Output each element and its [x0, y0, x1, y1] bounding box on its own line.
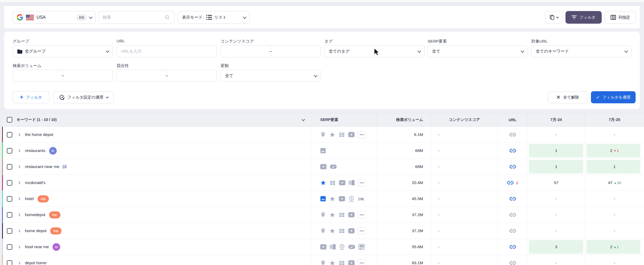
content-score-cell: - [431, 239, 498, 255]
serp-check-icon [348, 245, 355, 249]
day1-rank-cell: - [528, 207, 585, 223]
content-score-cell: - [431, 127, 498, 142]
keyword-text[interactable]: hotel [25, 196, 34, 201]
serp-star-icon [329, 132, 335, 138]
serp-select[interactable]: 全て [428, 45, 528, 57]
table-row: mcdonald's ••• 20.4M - 3 57 47▲10 [2, 175, 644, 191]
row-expand-chevron[interactable] [18, 181, 22, 184]
competition-range-input[interactable]: – [117, 70, 217, 82]
link-icon[interactable] [509, 195, 516, 202]
link-icon[interactable] [509, 259, 516, 265]
apply-filters-button[interactable]: ✓ フィルタを適用 [591, 91, 636, 103]
keyword-text[interactable]: homedepot [25, 212, 45, 217]
row-checkbox[interactable] [7, 260, 12, 265]
keyword-text[interactable]: restaurant near me [25, 164, 59, 169]
target-url-select[interactable]: 全てのキーワード [531, 45, 632, 57]
row-checkbox[interactable] [7, 244, 12, 250]
content-score-cell: - [431, 255, 498, 265]
search-volume-cell: 55.6M [377, 239, 431, 255]
row-expand-chevron[interactable] [18, 165, 22, 168]
serp-features-cell: ••• [311, 207, 377, 223]
search-volume-cell: 68M [377, 143, 431, 159]
row-expand-chevron[interactable] [18, 197, 22, 200]
keyword-text[interactable]: mcdonald's [25, 180, 45, 185]
url-cell[interactable] [498, 127, 528, 142]
row-expand-chevron[interactable] [18, 133, 22, 136]
keyword-text[interactable]: restaurants [25, 148, 45, 153]
filter-icon [572, 15, 577, 19]
row-checkbox[interactable] [7, 212, 12, 218]
copy-button[interactable] [545, 11, 562, 24]
search-volume-cell: 37.2M [377, 207, 431, 223]
row-expand-chevron[interactable] [18, 230, 22, 232]
view-mode-label: 表示モード: [182, 15, 204, 20]
url-cell[interactable] [498, 143, 528, 159]
row-checkbox[interactable] [7, 228, 12, 234]
serp-star-icon [329, 196, 335, 202]
rank-value: 57 [554, 180, 558, 185]
serp-pin-icon [320, 260, 326, 265]
row-checkbox[interactable] [7, 148, 12, 154]
content-score-cell: - [431, 143, 498, 159]
day1-header: 7月-24 [528, 113, 585, 126]
copy-icon [549, 14, 555, 20]
clear-all-button[interactable]: ✕ 全て解除 [548, 91, 587, 103]
svg-text:$: $ [351, 197, 352, 200]
row-expand-chevron[interactable] [18, 246, 22, 248]
apply-filter-settings-button[interactable]: フィルタ設定の適用 [53, 91, 114, 103]
tag-value: 全てのタグ [329, 49, 350, 54]
country-selector[interactable]: USA EN [13, 11, 96, 24]
chevron-down-icon [556, 16, 559, 18]
chevron-down-icon [417, 49, 421, 53]
link-icon[interactable] [509, 211, 516, 218]
content-score-header: コンテンツスコア [431, 113, 498, 126]
view-mode-select[interactable]: 表示モード: リスト [178, 11, 250, 24]
add-filter-button[interactable]: + フィルタ [13, 91, 49, 103]
search-input[interactable]: 検索 [98, 11, 174, 24]
url-cell[interactable] [498, 239, 528, 255]
url-cell[interactable]: 3 [498, 175, 528, 191]
filter-toggle-button[interactable]: フィルタ [565, 11, 602, 24]
url-cell[interactable] [498, 223, 528, 239]
list-icon [206, 15, 212, 20]
row-expand-chevron[interactable] [18, 213, 22, 216]
link-icon[interactable] [509, 163, 516, 170]
url-cell[interactable] [498, 191, 528, 207]
row-checkbox[interactable] [7, 196, 12, 202]
row-checkbox[interactable] [7, 164, 12, 170]
url-cell[interactable] [498, 207, 528, 223]
link-icon[interactable] [507, 179, 514, 186]
url-header: URL [498, 113, 528, 126]
day2-rank-cell: - [585, 223, 644, 239]
link-icon[interactable] [509, 243, 516, 250]
sort-icon[interactable] [302, 118, 305, 121]
row-checkbox[interactable] [7, 132, 12, 137]
row-expand-chevron[interactable] [18, 149, 22, 152]
apply-filters-label: フィルタを適用 [603, 95, 631, 100]
content-score-range-input[interactable]: – [221, 45, 321, 57]
keyword-text[interactable]: home depot [25, 228, 46, 233]
url-filter-input[interactable]: URLを入力 [117, 45, 217, 57]
row-checkbox[interactable] [7, 180, 12, 186]
link-icon[interactable] [509, 131, 516, 138]
language-chip: EN [77, 14, 86, 21]
volume-range-input[interactable]: – [13, 70, 113, 82]
url-cell[interactable] [498, 255, 528, 265]
link-icon[interactable] [509, 227, 516, 234]
row-expand-chevron[interactable] [18, 262, 22, 264]
serp-features-cell [311, 159, 377, 175]
url-filter-label: URL [117, 39, 125, 43]
change-select[interactable]: 全て [221, 70, 321, 82]
select-all-checkbox[interactable] [7, 117, 12, 123]
keyword-text[interactable]: depot home [25, 261, 46, 265]
link-icon[interactable] [509, 147, 516, 154]
search-volume-cell: 20.4M [377, 175, 431, 191]
serp-carousel-icon [349, 180, 355, 185]
keyword-text[interactable]: the home depot [25, 132, 53, 137]
target-url-label: 対象URL [531, 39, 548, 44]
keyword-text[interactable]: food near me [25, 244, 49, 249]
column-settings-button[interactable]: 列指定 [605, 11, 636, 24]
rank-delta: ▲1 [614, 245, 619, 249]
url-cell[interactable] [498, 159, 528, 175]
group-select[interactable]: 全グループ [13, 45, 113, 57]
